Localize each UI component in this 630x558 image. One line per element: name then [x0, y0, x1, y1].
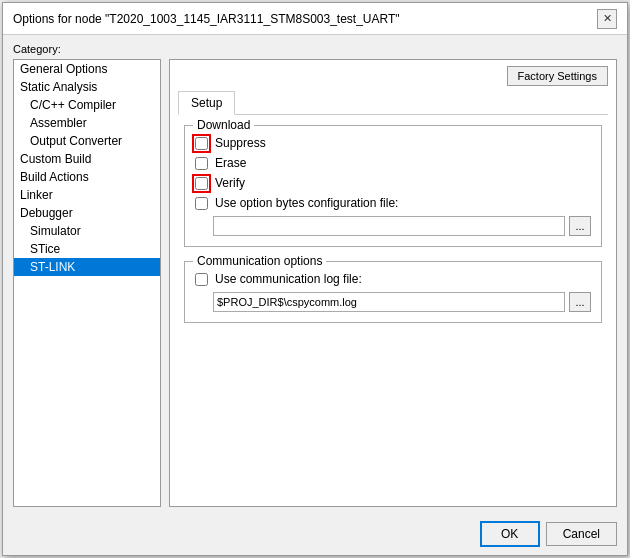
tab-bar: Setup [178, 90, 608, 115]
erase-row: Erase [195, 156, 591, 170]
tab-setup[interactable]: Setup [178, 91, 235, 115]
communication-section: Communication options Use communication … [184, 261, 602, 323]
factory-settings-row: Factory Settings [170, 60, 616, 90]
erase-checkbox[interactable] [195, 157, 208, 170]
suppress-row: Suppress [195, 136, 591, 150]
sidebar-item-cpp-compiler[interactable]: C/C++ Compiler [14, 96, 160, 114]
factory-settings-button[interactable]: Factory Settings [507, 66, 608, 86]
sidebar-item-output-converter[interactable]: Output Converter [14, 132, 160, 150]
suppress-label: Suppress [215, 136, 266, 150]
option-bytes-browse-button[interactable]: ... [569, 216, 591, 236]
suppress-checkbox[interactable] [195, 137, 208, 150]
option-bytes-row: Use option bytes configuration file: [195, 196, 591, 210]
download-section-title: Download [193, 118, 254, 132]
log-file-row: Use communication log file: [195, 272, 591, 286]
category-label: Category: [13, 43, 617, 55]
download-section: Download Suppress Erase [184, 125, 602, 247]
sidebar-item-static-analysis[interactable]: Static Analysis [14, 78, 160, 96]
verify-row: Verify [195, 176, 591, 190]
sidebar-item-build-actions[interactable]: Build Actions [14, 168, 160, 186]
communication-section-title: Communication options [193, 254, 326, 268]
main-dialog: Options for node "T2020_1003_1145_IAR311… [2, 2, 628, 556]
cancel-button[interactable]: Cancel [546, 522, 617, 546]
close-button[interactable]: ✕ [597, 9, 617, 29]
right-panel: Factory Settings Setup Download [169, 59, 617, 507]
option-bytes-checkbox[interactable] [195, 197, 208, 210]
dialog-title: Options for node "T2020_1003_1145_IAR311… [13, 12, 400, 26]
title-bar: Options for node "T2020_1003_1145_IAR311… [3, 3, 627, 35]
sidebar-item-custom-build[interactable]: Custom Build [14, 150, 160, 168]
tab-content-setup: Download Suppress Erase [170, 115, 616, 506]
ok-button[interactable]: OK [480, 521, 540, 547]
erase-label: Erase [215, 156, 246, 170]
log-file-label: Use communication log file: [215, 272, 362, 286]
sidebar-item-simulator[interactable]: Simulator [14, 222, 160, 240]
verify-label: Verify [215, 176, 245, 190]
suppress-checkbox-wrapper [195, 137, 208, 150]
main-content: General Options Static Analysis C/C++ Co… [13, 59, 617, 507]
dialog-body: Category: General Options Static Analysi… [3, 35, 627, 515]
verify-checkbox-wrapper [195, 177, 208, 190]
sidebar: General Options Static Analysis C/C++ Co… [13, 59, 161, 507]
sidebar-item-debugger[interactable]: Debugger [14, 204, 160, 222]
option-bytes-input[interactable] [213, 216, 565, 236]
sidebar-item-general-options[interactable]: General Options [14, 60, 160, 78]
verify-checkbox[interactable] [195, 177, 208, 190]
sidebar-item-linker[interactable]: Linker [14, 186, 160, 204]
sidebar-item-st-link[interactable]: ST-LINK [14, 258, 160, 276]
dialog-footer: OK Cancel [3, 515, 627, 555]
option-bytes-label: Use option bytes configuration file: [215, 196, 398, 210]
sidebar-item-assembler[interactable]: Assembler [14, 114, 160, 132]
sidebar-item-stice[interactable]: STice [14, 240, 160, 258]
log-file-input[interactable] [213, 292, 565, 312]
log-file-checkbox[interactable] [195, 273, 208, 286]
log-file-file-row: ... [213, 292, 591, 312]
log-file-browse-button[interactable]: ... [569, 292, 591, 312]
option-bytes-file-row: ... [213, 216, 591, 236]
